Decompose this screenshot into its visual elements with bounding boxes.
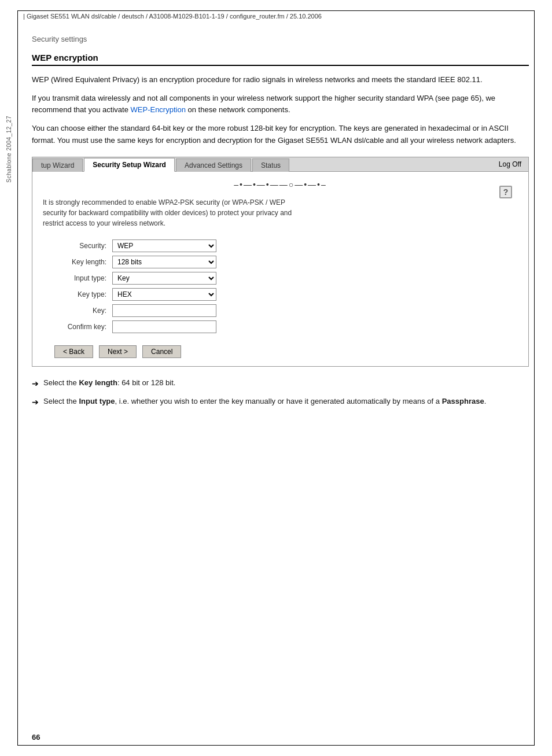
form-row-key-type: Key type: HEX ASCII (54, 286, 216, 303)
page-border-right (534, 10, 535, 746)
wep-encryption-link[interactable]: WEP-Encryption (131, 105, 186, 114)
form-row-input-type: Input type: Key Passphrase (54, 270, 216, 286)
bullet-item-1: ➔ Select the Key length: 64 bit or 128 b… (32, 377, 529, 390)
heading-underline (32, 65, 529, 66)
bullet-text-1: Select the Key length: 64 bit or 128 bit… (43, 377, 175, 389)
key-length-label: Key length: (54, 254, 112, 270)
page-border-left (17, 10, 18, 746)
warning-text: It is strongly recommended to enable WPA… (43, 197, 309, 228)
nav-tabs: tup Wizard Security Setup Wizard Advance… (32, 157, 290, 171)
router-nav: tup Wizard Security Setup Wizard Advance… (32, 157, 528, 172)
key-label: Key: (54, 303, 112, 319)
body-paragraph-3: You can choose either the standard 64-bi… (32, 123, 529, 146)
page-header: | Gigaset SE551 WLAN dsl/cable / deutsch… (23, 13, 529, 20)
button-row: < Back Next > Cancel (54, 345, 518, 358)
tab-advanced-settings[interactable]: Advanced Settings (176, 158, 251, 172)
key-input[interactable] (112, 304, 216, 317)
side-label: Schablone 2004_12_27 (6, 116, 12, 183)
bullet-text-2: Select the Input type, i.e. whether you … (43, 396, 486, 407)
bullet-item-2: ➔ Select the Input type, i.e. whether yo… (32, 396, 529, 408)
page-border-bottom (17, 745, 535, 746)
key-type-select[interactable]: HEX ASCII (112, 288, 216, 301)
form-row-confirm-key: Confirm key: (54, 319, 216, 335)
section-title: Security settings (32, 35, 529, 43)
tab-security-setup-wizard[interactable]: Security Setup Wizard (84, 158, 175, 172)
bullet-section: ➔ Select the Key length: 64 bit or 128 b… (32, 377, 529, 408)
body-paragraph-2: If you transmit data wirelessly and not … (32, 93, 529, 116)
tab-setup-wizard[interactable]: tup Wizard (32, 158, 83, 172)
body-paragraph-1: WEP (Wired Equivalent Privacy) is an enc… (32, 74, 529, 86)
bullet-arrow-2: ➔ (32, 396, 39, 408)
page-number: 66 (32, 733, 40, 742)
confirm-key-label: Confirm key: (54, 319, 112, 335)
confirm-key-input[interactable] (112, 320, 216, 333)
key-type-label: Key type: (54, 286, 112, 303)
page-border-top (17, 10, 535, 11)
router-panel: tup Wizard Security Setup Wizard Advance… (32, 157, 529, 367)
form-table: Security: WEP WPA-PSK WPA2-PSK None (54, 238, 216, 335)
help-icon[interactable]: ? (499, 186, 512, 198)
main-content: Security settings WEP encryption WEP (Wi… (32, 29, 529, 733)
input-type-label: Input type: (54, 270, 112, 286)
log-off-button[interactable]: Log Off (492, 158, 528, 171)
bullet-arrow-1: ➔ (32, 378, 39, 390)
form-row-key: Key: (54, 303, 216, 319)
cancel-button[interactable]: Cancel (142, 345, 181, 358)
security-select[interactable]: WEP WPA-PSK WPA2-PSK None (112, 239, 216, 252)
tab-status[interactable]: Status (252, 158, 289, 172)
key-length-select[interactable]: 64 bits 128 bits (112, 256, 216, 268)
form-row-security: Security: WEP WPA-PSK WPA2-PSK None (54, 238, 216, 254)
next-button[interactable]: Next > (99, 345, 137, 358)
header-text: | Gigaset SE551 WLAN dsl/cable / deutsch… (23, 13, 322, 20)
router-inner: ? –•—•—•——○—•—•– It is strongly recommen… (43, 180, 518, 358)
input-type-select[interactable]: Key Passphrase (112, 272, 216, 285)
security-label: Security: (54, 238, 112, 254)
progress-dots: –•—•—•——○—•—•– (43, 180, 518, 189)
form-row-key-length: Key length: 64 bits 128 bits (54, 254, 216, 270)
router-content: ? –•—•—•——○—•—•– It is strongly recommen… (32, 172, 528, 366)
back-button[interactable]: < Back (54, 345, 93, 358)
wep-heading: WEP encryption (32, 53, 529, 62)
